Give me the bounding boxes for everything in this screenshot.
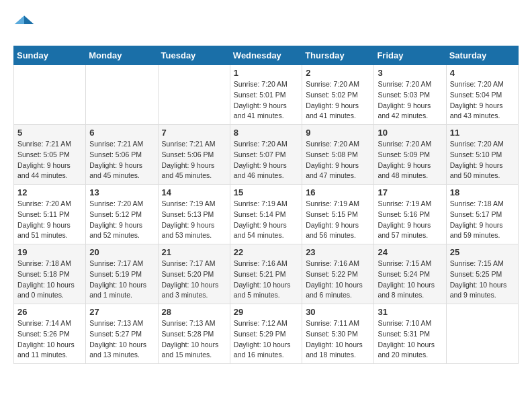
day-number: 28 (162, 307, 226, 317)
day-number: 20 (89, 247, 154, 257)
calendar-day-cell: 20 Sunrise: 7:17 AM Sunset: 5:19 PM Dayl… (86, 244, 158, 304)
sunset-label: Sunset: 5:30 PM (306, 330, 358, 338)
sunrise-label: Sunrise: 7:18 AM (17, 259, 71, 267)
sunset-label: Sunset: 5:26 PM (17, 330, 70, 338)
sunrise-label: Sunrise: 7:10 AM (378, 319, 431, 327)
day-info: Sunrise: 7:15 AM Sunset: 5:24 PM Dayligh… (378, 259, 442, 301)
sunset-label: Sunset: 5:29 PM (234, 330, 286, 338)
sunset-label: Sunset: 5:24 PM (378, 270, 430, 278)
daylight-label: Daylight: 9 hours and 46 minutes. (234, 161, 287, 180)
calendar-day-cell: 14 Sunrise: 7:19 AM Sunset: 5:13 PM Dayl… (158, 185, 230, 244)
calendar-day-cell (158, 65, 230, 125)
day-of-week-header: Wednesday (230, 46, 302, 65)
day-number: 9 (306, 128, 370, 138)
day-number: 29 (234, 307, 298, 317)
day-info: Sunrise: 7:17 AM Sunset: 5:20 PM Dayligh… (162, 259, 226, 301)
daylight-label: Daylight: 9 hours and 48 minutes. (378, 161, 431, 180)
calendar-day-cell: 3 Sunrise: 7:20 AM Sunset: 5:03 PM Dayli… (374, 65, 446, 125)
calendar-day-cell: 30 Sunrise: 7:11 AM Sunset: 5:30 PM Dayl… (302, 304, 374, 364)
sunrise-label: Sunrise: 7:21 AM (89, 140, 143, 148)
sunrise-label: Sunrise: 7:20 AM (17, 199, 71, 208)
day-of-week-header: Sunday (14, 46, 86, 65)
day-number: 13 (89, 187, 154, 197)
day-number: 19 (17, 247, 82, 257)
daylight-label: Daylight: 10 hours and 16 minutes. (234, 340, 291, 359)
day-number: 2 (306, 68, 370, 78)
sunset-label: Sunset: 5:18 PM (17, 270, 70, 278)
day-number: 15 (234, 187, 298, 197)
day-number: 26 (17, 307, 82, 317)
day-of-week-header: Tuesday (158, 46, 230, 65)
sunset-label: Sunset: 5:20 PM (162, 270, 214, 278)
day-info: Sunrise: 7:10 AM Sunset: 5:31 PM Dayligh… (378, 318, 442, 361)
calendar-day-cell: 17 Sunrise: 7:19 AM Sunset: 5:16 PM Dayl… (374, 185, 446, 244)
day-number: 12 (17, 187, 82, 197)
calendar-day-cell (14, 65, 86, 125)
calendar-day-cell: 31 Sunrise: 7:10 AM Sunset: 5:31 PM Dayl… (374, 304, 446, 364)
day-number: 7 (162, 128, 226, 138)
day-number: 8 (234, 128, 298, 138)
day-info: Sunrise: 7:20 AM Sunset: 5:03 PM Dayligh… (378, 79, 442, 122)
sunset-label: Sunset: 5:04 PM (450, 91, 502, 99)
sunrise-label: Sunrise: 7:19 AM (306, 199, 359, 208)
sunset-label: Sunset: 5:07 PM (234, 150, 286, 158)
calendar-day-cell (86, 65, 158, 125)
daylight-label: Daylight: 9 hours and 45 minutes. (89, 161, 142, 180)
calendar-day-cell: 26 Sunrise: 7:14 AM Sunset: 5:26 PM Dayl… (14, 304, 86, 364)
calendar-day-cell: 4 Sunrise: 7:20 AM Sunset: 5:04 PM Dayli… (446, 65, 518, 125)
calendar-day-cell: 18 Sunrise: 7:18 AM Sunset: 5:17 PM Dayl… (446, 185, 518, 244)
sunset-label: Sunset: 5:11 PM (17, 210, 70, 218)
day-info: Sunrise: 7:19 AM Sunset: 5:15 PM Dayligh… (306, 199, 370, 241)
sunset-label: Sunset: 5:25 PM (450, 270, 502, 278)
sunrise-label: Sunrise: 7:19 AM (378, 199, 431, 208)
day-info: Sunrise: 7:20 AM Sunset: 5:10 PM Dayligh… (450, 139, 515, 181)
sunrise-label: Sunrise: 7:14 AM (17, 319, 71, 327)
sunset-label: Sunset: 5:17 PM (450, 210, 502, 218)
daylight-label: Daylight: 9 hours and 59 minutes. (450, 221, 503, 240)
sunrise-label: Sunrise: 7:17 AM (162, 259, 216, 267)
sunrise-label: Sunrise: 7:19 AM (162, 199, 216, 208)
page-header (13, 13, 519, 35)
day-info: Sunrise: 7:15 AM Sunset: 5:25 PM Dayligh… (450, 259, 515, 301)
sunset-label: Sunset: 5:02 PM (306, 91, 358, 99)
logo-icon (13, 13, 35, 35)
sunrise-label: Sunrise: 7:20 AM (234, 140, 287, 148)
calendar-week-row: 19 Sunrise: 7:18 AM Sunset: 5:18 PM Dayl… (14, 244, 519, 304)
logo (13, 13, 38, 35)
sunset-label: Sunset: 5:08 PM (306, 150, 358, 158)
day-number: 4 (450, 68, 515, 78)
sunset-label: Sunset: 5:09 PM (378, 150, 430, 158)
calendar-day-cell: 7 Sunrise: 7:21 AM Sunset: 5:06 PM Dayli… (158, 125, 230, 185)
sunrise-label: Sunrise: 7:19 AM (234, 199, 287, 208)
daylight-label: Daylight: 10 hours and 9 minutes. (450, 281, 507, 300)
daylight-label: Daylight: 10 hours and 8 minutes. (378, 281, 435, 300)
day-number: 31 (378, 307, 442, 317)
calendar-day-cell: 11 Sunrise: 7:20 AM Sunset: 5:10 PM Dayl… (446, 125, 518, 185)
daylight-label: Daylight: 9 hours and 56 minutes. (306, 221, 359, 240)
calendar-day-cell: 25 Sunrise: 7:15 AM Sunset: 5:25 PM Dayl… (446, 244, 518, 304)
day-of-week-header: Saturday (446, 46, 518, 65)
calendar-day-cell: 12 Sunrise: 7:20 AM Sunset: 5:11 PM Dayl… (14, 185, 86, 244)
sunrise-label: Sunrise: 7:20 AM (450, 80, 504, 88)
calendar-day-cell: 24 Sunrise: 7:15 AM Sunset: 5:24 PM Dayl… (374, 244, 446, 304)
sunset-label: Sunset: 5:05 PM (17, 150, 70, 158)
sunrise-label: Sunrise: 7:20 AM (234, 80, 287, 88)
day-info: Sunrise: 7:18 AM Sunset: 5:17 PM Dayligh… (450, 199, 515, 241)
calendar-day-cell: 10 Sunrise: 7:20 AM Sunset: 5:09 PM Dayl… (374, 125, 446, 185)
sunrise-label: Sunrise: 7:16 AM (234, 259, 287, 267)
calendar-day-cell: 28 Sunrise: 7:13 AM Sunset: 5:28 PM Dayl… (158, 304, 230, 364)
daylight-label: Daylight: 9 hours and 50 minutes. (450, 161, 503, 180)
daylight-label: Daylight: 9 hours and 57 minutes. (378, 221, 431, 240)
day-info: Sunrise: 7:11 AM Sunset: 5:30 PM Dayligh… (306, 318, 370, 361)
sunset-label: Sunset: 5:28 PM (162, 330, 214, 338)
daylight-label: Daylight: 9 hours and 54 minutes. (234, 221, 287, 240)
day-number: 11 (450, 128, 515, 138)
calendar-week-row: 26 Sunrise: 7:14 AM Sunset: 5:26 PM Dayl… (14, 304, 519, 364)
sunrise-label: Sunrise: 7:21 AM (162, 140, 216, 148)
sunrise-label: Sunrise: 7:11 AM (306, 319, 359, 327)
day-number: 16 (306, 187, 370, 197)
sunset-label: Sunset: 5:03 PM (378, 91, 430, 99)
day-number: 24 (378, 247, 442, 257)
day-info: Sunrise: 7:20 AM Sunset: 5:07 PM Dayligh… (234, 139, 298, 181)
day-info: Sunrise: 7:19 AM Sunset: 5:14 PM Dayligh… (234, 199, 298, 241)
